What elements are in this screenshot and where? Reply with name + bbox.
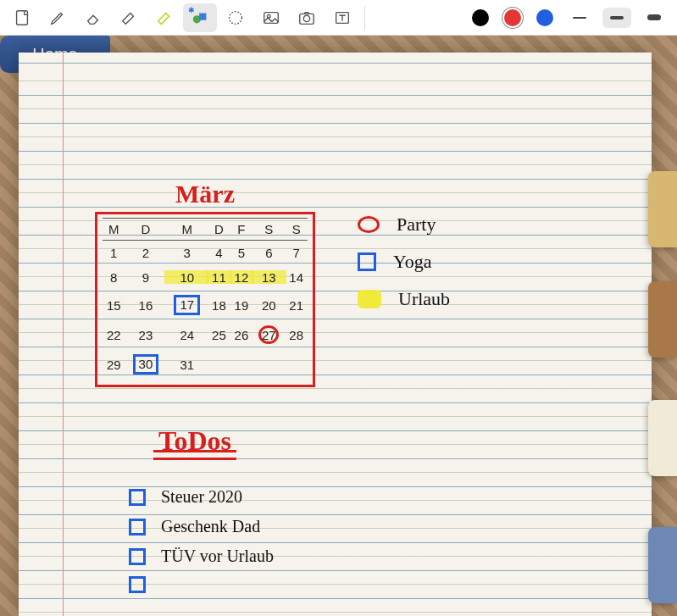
color-blue[interactable] — [536, 9, 553, 26]
calendar-cell: 22 — [103, 320, 125, 349]
calendar-cell — [230, 349, 253, 380]
color-black[interactable] — [472, 9, 489, 26]
circle-red-icon — [358, 216, 380, 233]
todo-item: Geschenk Dad — [129, 517, 274, 536]
eraser-tool[interactable] — [76, 3, 110, 32]
calendar-cell: 6 — [252, 241, 285, 266]
calendar-cell: 1 — [103, 241, 125, 266]
calendar-cell: 26 — [230, 320, 253, 349]
calendar-cell: 31 — [166, 349, 208, 380]
calendar-box: MDMDFSS 12345678910111213141516171819202… — [95, 212, 315, 387]
calendar-cell: 16 — [125, 290, 167, 320]
todo-item — [129, 576, 274, 593]
legend-item: Urlaub — [358, 288, 450, 310]
calendar-cell: 3 — [166, 241, 208, 266]
calendar-cell: 12 — [230, 265, 253, 290]
checkbox-icon[interactable] — [129, 576, 146, 593]
calendar-cell: 9 — [125, 265, 167, 290]
calendar-cell: 23 — [125, 320, 167, 349]
calendar-cell: 21 — [285, 290, 308, 320]
calendar-day-header: D — [125, 219, 167, 241]
todo-item: TÜV vor Urlaub — [129, 547, 274, 566]
todo-label: TÜV vor Urlaub — [161, 547, 274, 566]
calendar-month: März — [95, 180, 315, 208]
stroke-thin[interactable] — [565, 8, 594, 28]
calendar-cell: 25 — [208, 320, 230, 349]
stroke-medium[interactable] — [602, 8, 631, 28]
toolbar-divider — [364, 6, 365, 30]
checkbox-icon[interactable] — [129, 548, 146, 565]
shapes-tool[interactable]: ✱ — [183, 3, 217, 32]
legend-item: Party — [358, 214, 450, 236]
calendar-day-header: S — [252, 219, 285, 241]
svg-point-3 — [230, 11, 242, 24]
stroke-thick[interactable] — [640, 8, 669, 28]
calendar-cell: 7 — [285, 241, 308, 266]
calendar-cell: 10 — [166, 265, 208, 290]
text-tool[interactable] — [325, 3, 359, 32]
pencil-tool[interactable] — [41, 3, 75, 32]
todo-label: Steuer 2020 — [161, 487, 242, 507]
calendar-cell: 19 — [230, 290, 253, 320]
calendar-cell: 20 — [252, 290, 285, 320]
calendar-day-header: M — [103, 219, 125, 241]
calendar-day-header: M — [166, 219, 208, 241]
side-tab-1[interactable] — [648, 171, 677, 247]
lasso-tool[interactable] — [219, 3, 252, 32]
calendar-cell: 13 — [252, 265, 285, 290]
legend-label: Yoga — [393, 251, 431, 273]
calendar-cell — [208, 349, 230, 380]
todos-title: ToDos — [158, 425, 231, 457]
calendar-cell: 5 — [230, 241, 253, 266]
calendar-cell: 27 — [252, 320, 285, 349]
calendar-cell — [252, 349, 285, 380]
todos: ToDos Steuer 2020Geschenk DadTÜV vor Url… — [129, 425, 274, 603]
legend: PartyYogaUrlaub — [358, 214, 450, 325]
calendar-day-header: D — [208, 219, 230, 241]
highlighter-tool[interactable] — [147, 3, 181, 32]
calendar: März MDMDFSS 123456789101112131415161718… — [95, 180, 315, 387]
side-tab-3[interactable] — [648, 400, 677, 476]
todo-label: Geschenk Dad — [161, 517, 260, 536]
svg-rect-0 — [17, 10, 28, 25]
page-tool[interactable] — [5, 3, 39, 32]
blob-yellow-icon — [358, 290, 381, 308]
checkbox-icon[interactable] — [129, 519, 146, 536]
calendar-cell: 15 — [103, 290, 125, 320]
calendar-cell: 4 — [208, 241, 230, 266]
calendar-day-header: S — [285, 219, 308, 241]
checkbox-icon[interactable] — [129, 489, 146, 506]
svg-rect-2 — [199, 13, 206, 19]
calendar-cell: 11 — [208, 265, 230, 290]
box-blue-icon — [358, 253, 376, 271]
calendar-cell: 28 — [285, 320, 308, 349]
calendar-cell: 30 — [125, 349, 167, 380]
toolbar: ✱ — [0, 0, 677, 36]
notebook-page[interactable]: März MDMDFSS 123456789101112131415161718… — [19, 53, 652, 616]
image-tool[interactable] — [254, 3, 288, 32]
bluetooth-icon: ✱ — [188, 6, 195, 14]
calendar-cell: 2 — [125, 241, 167, 266]
calendar-cell: 14 — [285, 265, 308, 290]
calendar-cell — [285, 349, 308, 380]
legend-label: Urlaub — [398, 288, 450, 310]
svg-point-7 — [303, 15, 309, 21]
color-red[interactable] — [504, 9, 521, 26]
calendar-cell: 24 — [166, 320, 208, 349]
legend-label: Party — [397, 214, 436, 236]
legend-item: Yoga — [358, 251, 450, 273]
calendar-cell: 8 — [103, 265, 125, 290]
todo-item: Steuer 2020 — [129, 487, 274, 507]
marker-tool[interactable] — [112, 3, 146, 32]
side-tab-4[interactable] — [648, 527, 677, 603]
camera-tool[interactable] — [290, 3, 324, 32]
calendar-cell: 18 — [208, 290, 230, 320]
canvas[interactable]: März MDMDFSS 123456789101112131415161718… — [0, 36, 677, 616]
calendar-cell: 17 — [166, 290, 208, 320]
side-tab-2[interactable] — [648, 281, 677, 358]
calendar-day-header: F — [230, 219, 253, 241]
calendar-cell: 29 — [103, 349, 125, 380]
calendar-table: MDMDFSS 12345678910111213141516171819202… — [103, 218, 308, 380]
